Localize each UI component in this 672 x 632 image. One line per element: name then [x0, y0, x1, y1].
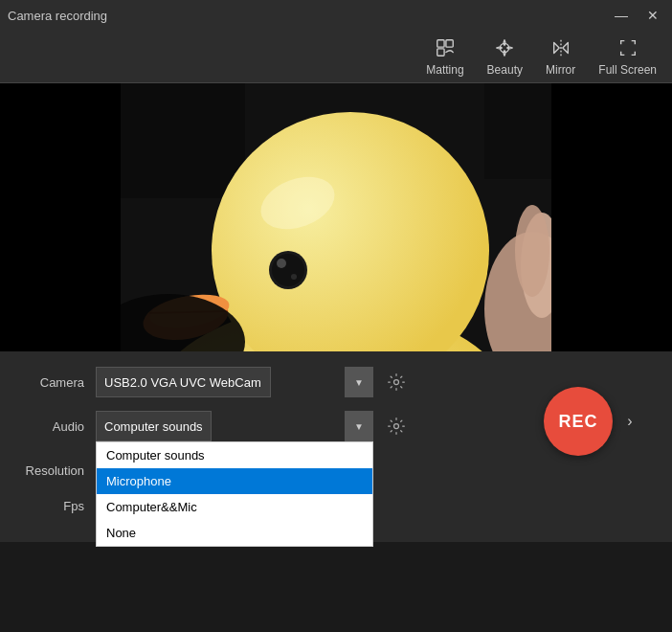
svg-point-16 [272, 254, 304, 286]
audio-option-microphone[interactable]: Microphone [97, 468, 372, 494]
mirror-label: Mirror [546, 63, 575, 77]
title-bar-controls: — ✕ [609, 7, 664, 24]
svg-point-18 [291, 274, 297, 280]
audio-option-none[interactable]: None [97, 520, 372, 546]
audio-settings-button[interactable] [381, 411, 412, 441]
toolbar-item-fullscreen[interactable]: Full Screen [598, 36, 657, 77]
beauty-label: Beauty [487, 63, 523, 77]
toolbar-item-matting[interactable]: Matting [426, 36, 463, 77]
svg-marker-4 [553, 43, 559, 54]
fps-label: Fps [19, 499, 96, 513]
camera-preview [0, 83, 672, 351]
camera-label: Camera [19, 375, 96, 390]
audio-option-computer-and-mic[interactable]: Computer&&Mic [97, 494, 372, 520]
camera-select-arrow [345, 367, 373, 397]
camera-settings-button[interactable] [381, 367, 412, 397]
beauty-icon [493, 36, 516, 59]
audio-select[interactable]: Computer sounds [96, 411, 212, 441]
controls-panel: Camera USB2.0 VGA UVC WebCam Audio Compu… [0, 351, 672, 542]
toolbar-item-beauty[interactable]: Beauty [487, 36, 523, 77]
toolbar: Matting Beauty Mirror [0, 31, 672, 83]
matting-icon [434, 36, 457, 59]
svg-rect-1 [446, 40, 453, 47]
audio-select-wrapper: Computer sounds [96, 411, 373, 441]
rec-button[interactable]: REC [544, 387, 613, 456]
audio-option-computer-sounds[interactable]: Computer sounds [97, 442, 372, 468]
fullscreen-label: Full Screen [598, 63, 657, 77]
toolbar-item-mirror[interactable]: Mirror [546, 36, 575, 77]
svg-rect-8 [484, 83, 551, 179]
duck-scene [121, 83, 551, 351]
fullscreen-icon [616, 36, 639, 59]
svg-point-17 [277, 259, 286, 268]
audio-dropdown: Computer sounds Microphone Computer&&Mic… [96, 441, 373, 547]
mirror-icon [549, 36, 572, 59]
audio-label: Audio [19, 419, 96, 434]
rec-chevron-button[interactable]: › [616, 408, 643, 435]
minimize-button[interactable]: — [609, 7, 634, 24]
audio-select-arrow [345, 411, 373, 441]
resolution-label: Resolution [19, 463, 96, 478]
svg-point-23 [394, 380, 399, 385]
svg-point-21 [515, 205, 549, 297]
svg-rect-7 [121, 83, 245, 198]
camera-select-wrapper: USB2.0 VGA UVC WebCam [96, 367, 373, 397]
svg-marker-5 [562, 43, 568, 54]
svg-point-24 [394, 424, 399, 429]
svg-rect-0 [437, 40, 444, 47]
close-button[interactable]: ✕ [641, 7, 664, 24]
camera-select[interactable]: USB2.0 VGA UVC WebCam [96, 367, 271, 397]
matting-label: Matting [426, 63, 463, 77]
title-bar: Camera recording — ✕ [0, 0, 672, 31]
window-title: Camera recording [8, 9, 107, 23]
svg-rect-2 [437, 49, 444, 56]
rec-area: REC › [544, 387, 643, 456]
